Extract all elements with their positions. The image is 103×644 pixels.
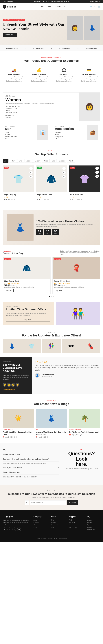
wishlist-btn-1[interactable]: ♡ — [29, 166, 33, 170]
footer-about[interactable]: About — [34, 519, 47, 521]
footer-returns[interactable]: Returns — [69, 524, 83, 526]
nav-blog[interactable]: Blog — [63, 6, 66, 8]
footer-warranty[interactable]: Warranty — [87, 526, 100, 528]
hero-content: 60% OFF Summer Super Sale Unleash Your S… — [3, 18, 67, 37]
news-title-3: Outfits for the Perfect Summer Look — [69, 431, 100, 433]
testimonials-section: Testimonials See What Our Customer Says … — [0, 357, 103, 394]
feature-shipping-title: Free Shipping — [4, 73, 24, 76]
footer-productcare[interactable]: Product Care — [87, 529, 100, 530]
login-link[interactable]: Login — [90, 1, 94, 2]
footer-faq[interactable]: FAQ — [69, 519, 83, 521]
filter-glasses[interactable]: Glasses — [57, 159, 66, 163]
newsletter-email-input[interactable] — [30, 500, 66, 505]
wishlist-icon[interactable]: ♡ — [94, 6, 96, 8]
filter-watch[interactable]: Watch — [67, 159, 75, 163]
faq-item-3[interactable]: What is your return policy? + — [3, 465, 59, 470]
newsletter-subscribe-button[interactable]: Subscribe — [67, 500, 78, 505]
follow-img-5[interactable]: 👠 — [81, 340, 100, 353]
men-link-2[interactable]: T-Shirts — [5, 134, 36, 136]
wishlist-btn-2[interactable]: ♡ — [62, 166, 66, 170]
women-link-2[interactable]: Jackets & Coats — [6, 108, 76, 110]
men-link-4[interactable]: Jeans — [5, 138, 36, 140]
accessories-link-2[interactable]: Shoes — [55, 134, 86, 136]
filter-dress[interactable]: Dress — [42, 159, 49, 163]
footer-contact[interactable]: Contact — [34, 522, 47, 523]
dot-1[interactable] — [49, 296, 50, 297]
filter-jacket[interactable]: Jacket — [25, 159, 33, 163]
follow-img-4[interactable]: 🕶️ — [62, 340, 81, 353]
quickview-btn-1[interactable]: 👁 — [29, 174, 33, 178]
avatar-4: 😀 — [16, 383, 19, 387]
news-title-1: Top 10 Must-Have Summer Fashion Trends — [3, 431, 34, 436]
accessories-link-3[interactable]: Sunglasses — [55, 136, 86, 138]
follow-img-2[interactable]: 👕 — [22, 340, 41, 353]
footer-press[interactable]: Press — [34, 526, 47, 528]
newsletter-form: ✉ Subscribe — [25, 500, 78, 505]
women-link-4[interactable]: Jumble & Coats — [6, 112, 76, 114]
footer-track[interactable]: Track Order — [69, 526, 83, 528]
women-link-6[interactable]: Dresses — [6, 116, 76, 118]
footer-careers[interactable]: Careers — [34, 524, 47, 526]
footer-sale[interactable]: Sale — [51, 526, 65, 528]
search-icon[interactable]: 🔍 — [90, 6, 92, 8]
compare-btn-1[interactable]: ⇄ — [29, 170, 33, 174]
dot-2[interactable] — [51, 296, 52, 297]
cart-icon[interactable]: 🛒 — [98, 6, 100, 8]
signup-header-link[interactable]: Sign up — [95, 1, 100, 2]
footer-delivery[interactable]: Delivery — [87, 522, 100, 523]
faq-item-4[interactable]: How can I track my order? + — [3, 470, 59, 475]
faq-item-5[interactable]: Can I cancel my order after it has been … — [3, 475, 59, 479]
footer-payment[interactable]: Payment — [87, 524, 100, 526]
compare-btn-2[interactable]: ⇄ — [62, 170, 66, 174]
dot-3[interactable] — [53, 296, 54, 297]
wishlist-btn-3[interactable]: ♡ — [95, 166, 99, 170]
men-link-1[interactable]: Blazers — [5, 132, 36, 133]
women-link-1[interactable]: T-Shirts and Blouses — [6, 106, 76, 108]
signup-link[interactable]: Sign up — [64, 1, 69, 2]
countdown-mins: 52 Mins — [52, 229, 59, 235]
facebook-icon[interactable]: f — [3, 528, 7, 531]
header-actions: 🔍 ♡ 🛒 — [90, 6, 100, 8]
footer-account[interactable]: Account — [87, 519, 100, 521]
filter-shirt[interactable]: Shirt — [17, 159, 24, 163]
top-bar: +880 333-5532 Sign up and GET 30% OFF fo… — [0, 0, 103, 3]
quickview-btn-3[interactable]: 👁 — [95, 174, 99, 178]
footer-accessories[interactable]: Accessories — [51, 524, 65, 526]
filter-cap[interactable]: Cap — [50, 159, 56, 163]
hero-cta-button[interactable]: Shop Now → — [3, 33, 17, 37]
footer-women[interactable]: Women — [51, 522, 65, 523]
filter-blazer[interactable]: Blazer — [33, 159, 41, 163]
twitter-icon[interactable]: t — [8, 528, 11, 531]
feature-support: 🎧 24/7 Support Lorem ipsum dolor sit ame… — [53, 66, 75, 84]
deal-1-rating: ★★★★★ 4.8 99 Reviews — [4, 283, 49, 284]
summer-cta-button[interactable]: Shop Now → — [6, 318, 50, 322]
men-link-3[interactable]: Jackets & Coats — [5, 136, 36, 138]
deal-2-cta-button[interactable]: Buy Now — [54, 289, 63, 292]
linkedin-icon[interactable]: in — [12, 528, 16, 531]
women-link-3[interactable]: Jeans — [6, 110, 76, 112]
footer-shipping[interactable]: Shipping — [69, 522, 83, 523]
nav-home[interactable]: Home — [40, 6, 45, 8]
quickview-btn-2[interactable]: 👁 — [62, 174, 66, 178]
news-date-icon-2: 📅 — [36, 436, 37, 438]
news-title: Our Latest News & Blogs — [3, 402, 100, 406]
filter-tshirt[interactable]: T-Shirt — [9, 159, 17, 163]
nav-about[interactable]: About Us — [53, 6, 60, 8]
instagram-icon[interactable]: ig — [17, 528, 21, 531]
follow-img-3[interactable]: 👫 — [42, 340, 61, 353]
women-link-5[interactable]: Accessories — [6, 114, 76, 116]
avatar-1: 😊 — [3, 383, 7, 387]
footer-content: F Fashion Lorem ipsum dolor sit amet, co… — [3, 516, 100, 532]
accessories-link-4[interactable]: Hat — [55, 138, 86, 140]
footer-men[interactable]: Men — [51, 519, 65, 521]
men-image: 👔 — [37, 125, 48, 140]
faq-item-2[interactable]: Can I see reviews and ratings for salons… — [3, 457, 59, 462]
deal-1-cta-button[interactable]: Buy Now — [4, 289, 14, 292]
filter-all[interactable]: All — [3, 159, 8, 163]
faq-item-1[interactable]: How can I place an order? + — [3, 452, 59, 457]
nav-shop[interactable]: Shop — [47, 6, 51, 8]
accessories-link-1[interactable]: Handbag — [55, 132, 86, 133]
follow-img-1[interactable]: 👗 — [3, 340, 22, 353]
deals-section: Today Deals Deals of the Day Sed ut pers… — [0, 248, 103, 300]
compare-btn-3[interactable]: ⇄ — [95, 170, 99, 174]
